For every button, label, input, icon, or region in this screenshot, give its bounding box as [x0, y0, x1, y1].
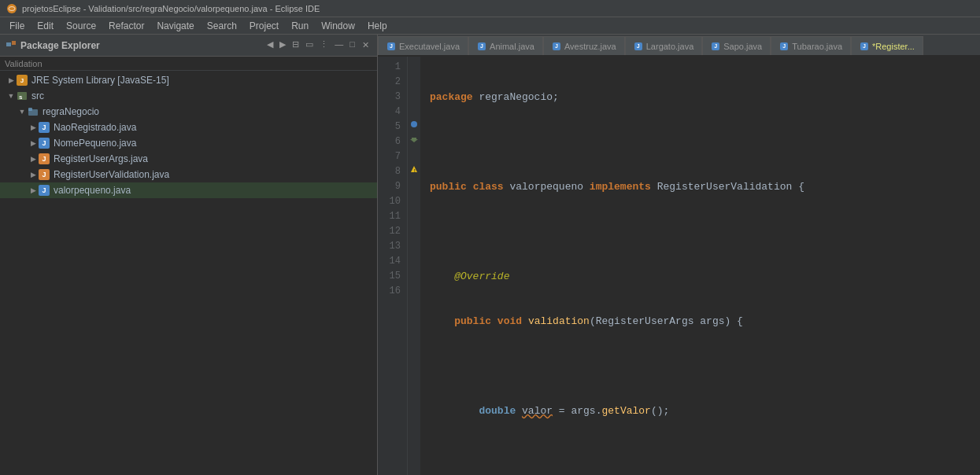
minimize-view-button[interactable]: — — [332, 39, 346, 52]
ln-11: 11 — [378, 209, 401, 224]
tab-animal[interactable]: J Animal.java — [468, 36, 543, 55]
svg-text:s: s — [19, 94, 23, 101]
tree-item-valorpequeno[interactable]: ▶ J valorpequeno.java — [0, 182, 377, 198]
package-explorer-icon — [5, 39, 17, 52]
ln-7: 7 — [378, 149, 401, 164]
svg-rect-7 — [28, 108, 32, 111]
menu-item-file[interactable]: File — [3, 19, 31, 33]
maximize-view-button[interactable]: □ — [347, 39, 357, 52]
tab-register[interactable]: J *Register... — [851, 36, 923, 55]
menu-item-search[interactable]: Search — [201, 19, 243, 33]
tree-item-nomepequeno[interactable]: ▶ J NomePequeno.java — [0, 135, 377, 151]
code-line-2 — [430, 134, 971, 149]
src-icon: s — [16, 90, 28, 101]
code-line-4 — [430, 224, 971, 239]
sapo-tab-icon: J — [711, 42, 720, 51]
code-line-5: @Override — [430, 269, 971, 284]
tree-item-jre[interactable]: ▶ J JRE System Library [JavaSE-15] — [0, 72, 377, 88]
registeruservalidation-label: RegisterUserValidation.java — [54, 169, 169, 180]
src-arrow: ▼ — [6, 91, 16, 101]
registeruserargs-label: RegisterUserArgs.java — [54, 153, 148, 164]
main-layout: Package Explorer ◀ ▶ ⊟ ▭ ⋮ — □ ✕ Validat… — [0, 35, 980, 475]
ln-14: 14 — [378, 254, 401, 269]
title-bar: projetosEclipse - Validation/src/regraNe… — [0, 0, 980, 17]
regranegocio-arrow: ▼ — [17, 107, 27, 116]
menu-item-refactor[interactable]: Refactor — [102, 19, 150, 33]
editor-area: J Executavel.java J Animal.java J Avestr… — [378, 35, 980, 475]
valorpequeno-arrow: ▶ — [28, 186, 38, 195]
code-line-6: public void validation(RegisterUserArgs … — [430, 314, 971, 329]
ln-3: 3 — [378, 90, 401, 105]
tab-executavel[interactable]: J Executavel.java — [378, 36, 468, 55]
tab-avestruz[interactable]: J Avestruz.java — [543, 36, 625, 55]
package-tree[interactable]: ▶ J JRE System Library [JavaSE-15] ▼ s s… — [0, 71, 377, 475]
ln-6: 6 — [378, 134, 401, 149]
regranegocio-label: regraNegocio — [43, 106, 99, 117]
menu-button[interactable]: ⋮ — [317, 39, 331, 52]
menu-item-navigate[interactable]: Navigate — [150, 19, 200, 33]
code-content[interactable]: package regraNegocio; public class valor… — [420, 57, 980, 475]
breadcrumb: Validation — [0, 57, 377, 71]
close-sidebar-button[interactable]: ✕ — [359, 39, 372, 52]
tree-item-regranegocio[interactable]: ▼ regraNegocio — [0, 104, 377, 120]
largato-tab-icon: J — [634, 42, 643, 51]
tab-animal-label: Animal.java — [490, 42, 534, 51]
jre-arrow: ▶ — [6, 75, 16, 85]
menu-item-window[interactable]: Window — [315, 19, 361, 33]
minimize-button[interactable]: ▭ — [303, 39, 316, 52]
nomepequeno-icon: J — [38, 138, 50, 149]
avestruz-tab-icon: J — [552, 42, 561, 51]
tree-item-naoregistrado[interactable]: ▶ J NaoRegistrado.java — [0, 120, 377, 135]
menu-item-source[interactable]: Source — [60, 19, 102, 33]
tab-largato[interactable]: J Largato.java — [625, 36, 703, 55]
menu-item-project[interactable]: Project — [243, 19, 285, 33]
sidebar-header: Package Explorer ◀ ▶ ⊟ ▭ ⋮ — □ ✕ — [0, 35, 377, 57]
naoregistrado-label: NaoRegistrado.java — [54, 122, 136, 133]
tab-tubarao[interactable]: J Tubarao.java — [771, 36, 851, 55]
sidebar: Package Explorer ◀ ▶ ⊟ ▭ ⋮ — □ ✕ Validat… — [0, 35, 378, 475]
line-numbers: 1 2 3 4 5 6 7 8 9 10 11 12 13 14 15 16 — [378, 57, 408, 475]
tab-bar: J Executavel.java J Animal.java J Avestr… — [378, 35, 980, 57]
naoregistrado-arrow: ▶ — [28, 123, 38, 132]
tab-executavel-label: Executavel.java — [399, 42, 460, 51]
tab-sapo-label: Sapo.java — [723, 42, 762, 51]
code-line-3: public class valorpequeno implements Reg… — [430, 179, 971, 194]
window-title: projetosEclipse - Validation/src/regraNe… — [22, 4, 320, 13]
menu-item-edit[interactable]: Edit — [31, 19, 60, 33]
gutter: ! — [408, 57, 420, 475]
collapse-all-button[interactable]: ⊟ — [290, 39, 301, 52]
annotation-marker — [409, 120, 419, 129]
ln-13: 13 — [378, 239, 401, 254]
animal-tab-icon: J — [477, 42, 486, 51]
nomepequeno-label: NomePequeno.java — [54, 138, 136, 149]
tree-item-src[interactable]: ▼ s src — [0, 88, 377, 104]
tab-tubarao-label: Tubarao.java — [792, 42, 842, 51]
tree-item-registeruservalidation[interactable]: ▶ J RegisterUserValidation.java — [0, 167, 377, 182]
tree-item-registeruserargs[interactable]: ▶ J RegisterUserArgs.java — [0, 151, 377, 167]
tab-register-label: *Register... — [872, 42, 915, 51]
ln-15: 15 — [378, 269, 401, 284]
ln-9: 9 — [378, 179, 401, 194]
ln-1: 1 — [378, 60, 401, 75]
code-line-8: double valor = args.getValor(); — [430, 403, 971, 418]
menu-item-run[interactable]: Run — [285, 19, 315, 33]
sidebar-title: Package Explorer — [20, 40, 100, 51]
forward-button[interactable]: ▶ — [277, 39, 288, 52]
tab-sapo[interactable]: J Sapo.java — [702, 36, 771, 55]
registeruservalidation-icon: J — [38, 169, 50, 180]
override-marker — [409, 134, 419, 144]
menu-bar: FileEditSourceRefactorNavigateSearchProj… — [0, 17, 980, 35]
eclipse-icon — [6, 3, 17, 14]
back-button[interactable]: ◀ — [264, 39, 276, 52]
tubarao-tab-icon: J — [779, 42, 789, 51]
menu-item-help[interactable]: Help — [361, 19, 394, 33]
nomepequeno-arrow: ▶ — [28, 138, 38, 148]
jre-label: JRE System Library [JavaSE-15] — [31, 75, 169, 86]
ln-8: 8 — [378, 164, 401, 179]
registeruserargs-icon: J — [38, 153, 50, 164]
ln-2: 2 — [378, 75, 401, 90]
svg-point-8 — [411, 121, 417, 127]
executavel-tab-icon: J — [386, 42, 396, 51]
code-line-7 — [430, 359, 971, 374]
ln-10: 10 — [378, 194, 401, 209]
